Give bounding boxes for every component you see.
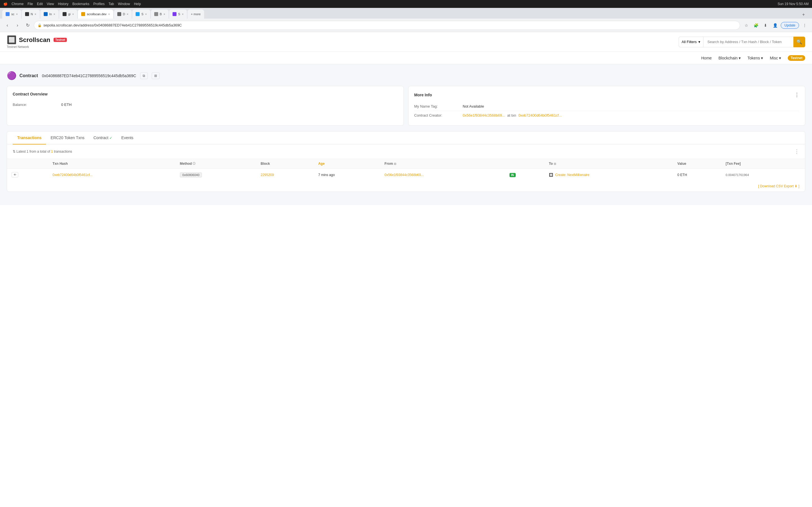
menu-file[interactable]: File — [28, 2, 33, 6]
bookmark-icon[interactable]: ☆ — [742, 21, 750, 29]
block-link[interactable]: 2295209 — [261, 173, 274, 177]
tab-scrollscan[interactable]: scrollscan.dev × — [78, 10, 113, 18]
extensions-icon[interactable]: 🧩 — [752, 21, 760, 29]
browser-nav: ‹ › ↻ 🔒 sepolia.scrollscan.dev/address/0… — [0, 18, 812, 32]
from-filter-icon[interactable]: ⊟ — [394, 162, 396, 165]
nav-home[interactable]: Home — [701, 56, 712, 60]
download-icon[interactable]: ⬇ — [762, 21, 769, 29]
direction-badge: IN — [509, 173, 516, 177]
forward-button[interactable]: › — [13, 21, 21, 29]
tab-transactions[interactable]: Transactions — [13, 131, 46, 145]
logo-wrapper: 🔲 Scrollscan Testnet Testnet Network — [7, 35, 67, 48]
tab-sc[interactable]: sc × — [2, 10, 21, 18]
table-body: 👁 0xeb72400d64b0f5461cf... 0x60806040 22… — [7, 169, 805, 181]
nav-tokens[interactable]: Tokens ▾ — [748, 56, 763, 60]
to-filter-icon[interactable]: ⊟ — [554, 162, 556, 165]
browser-frame: sc × N × In × gi × scrollscan.dev × D × — [0, 8, 812, 32]
creator-address-link[interactable]: 0x56e1f93844c3568b69... — [463, 113, 505, 117]
mac-status-bar: Sun 19 Nov 5:50 AM — [777, 2, 809, 6]
more-options-icon[interactable]: ⋮ — [794, 92, 799, 98]
mac-menu: 🍎 Chrome File Edit View History Bookmark… — [3, 2, 141, 6]
menu-view[interactable]: View — [47, 2, 54, 6]
page: 🔲 Scrollscan Testnet Testnet Network All… — [0, 32, 812, 507]
filter-select[interactable]: All Filters ▾ — [679, 37, 703, 47]
search-wrapper: All Filters ▾ 🔍 — [679, 37, 805, 47]
table-header: Txn Hash Method ⓘ Block Age From ⊟ — [7, 159, 805, 169]
name-tag-label: My Name Tag: — [414, 104, 459, 108]
table-options-icon[interactable]: ⋮ — [794, 149, 799, 155]
tab-events[interactable]: Events — [117, 131, 138, 145]
copy-address-button[interactable]: ⧉ — [140, 72, 148, 79]
site-header: 🔲 Scrollscan Testnet Testnet Network All… — [0, 32, 812, 52]
more-info-card: More Info ⋮ My Name Tag: Not Available C… — [408, 86, 805, 126]
csv-export-link[interactable]: [ Download CSV Export ⬇ ] — [758, 184, 799, 188]
menu-profiles[interactable]: Profiles — [93, 2, 105, 6]
back-button[interactable]: ‹ — [3, 21, 11, 29]
address-text: sepolia.scrollscan.dev/address/0x0408688… — [43, 23, 737, 27]
chevron-down-icon: ▾ — [698, 40, 700, 44]
tab-github[interactable]: gi × — [59, 10, 77, 18]
tab-in[interactable]: In × — [40, 10, 59, 18]
balance-value: 0 ETH — [61, 103, 71, 107]
qr-code-button[interactable]: ⊞ — [152, 72, 160, 79]
new-tab-button[interactable]: + — [800, 11, 808, 18]
refresh-button[interactable]: ↻ — [24, 21, 32, 29]
top-nav: Home Blockchain ▾ Tokens ▾ Misc ▾ Testne… — [0, 52, 812, 64]
logo-icon: 🔲 — [7, 35, 17, 45]
tab-contract[interactable]: Contract ✓ — [89, 131, 117, 145]
overview-grid: Contract Overview Balance: 0 ETH More In… — [7, 86, 805, 126]
method-info-icon[interactable]: ⓘ — [193, 162, 195, 166]
table-footer: [ Download CSV Export ⬇ ] — [7, 181, 805, 191]
tab-n[interactable]: N × — [22, 10, 40, 18]
browser-nav-icons: ☆ 🧩 ⬇ 👤 Update ⋮ — [742, 21, 809, 29]
tab-s1[interactable]: S × — [132, 10, 150, 18]
creator-address: 0x56e1f93844c3568b69... at txn 0xeb72400… — [463, 113, 562, 117]
menu-window[interactable]: Window — [118, 2, 130, 6]
nav-testnet-pill[interactable]: Testnet — [788, 55, 805, 61]
contract-icon-small: 🔲 — [549, 173, 553, 177]
logo-text[interactable]: Scrollscan — [19, 36, 50, 44]
apple-icon: 🍎 — [3, 2, 8, 6]
tab-b[interactable]: B × — [151, 10, 168, 18]
fee-cell: 0.004071761964 — [721, 169, 805, 181]
menu-icon[interactable]: ⋮ — [801, 21, 809, 29]
search-button[interactable]: 🔍 — [794, 37, 805, 47]
menu-bookmarks[interactable]: Bookmarks — [72, 2, 89, 6]
tab-d1[interactable]: D × — [114, 10, 132, 18]
nav-misc[interactable]: Misc ▾ — [770, 56, 781, 60]
nav-blockchain[interactable]: Blockchain ▾ — [718, 56, 741, 60]
to-link[interactable]: Create: NextMillionaire — [555, 173, 589, 177]
contract-address: 0x04086887ED74eb41C27889556519c445db5a36… — [42, 73, 136, 78]
contract-overview-title: Contract Overview — [13, 92, 398, 96]
menu-help[interactable]: Help — [134, 2, 141, 6]
from-link[interactable]: 0x56e1f93844c3568b69... — [385, 173, 424, 177]
creator-txn-link[interactable]: 0xeb72400d64b0f5461cf... — [518, 113, 562, 117]
filter-icon: ⇅ — [13, 150, 16, 154]
more-info-title: More Info ⋮ — [414, 92, 799, 98]
address-bar[interactable]: 🔒 sepolia.scrollscan.dev/address/0x04086… — [34, 21, 740, 30]
creator-at-txn-text: at txn — [507, 113, 516, 117]
update-button[interactable]: Update — [781, 22, 799, 29]
profile-icon[interactable]: 👤 — [771, 21, 779, 29]
table-meta: ⇅ Latest 1 from a total of 1 transaction… — [7, 145, 805, 159]
creator-label: Contract Creator: — [414, 113, 459, 117]
col-direction — [505, 159, 545, 169]
tab-more[interactable]: + more — [188, 10, 204, 18]
col-value: Value — [673, 159, 721, 169]
mac-os-bar: 🍎 Chrome File Edit View History Bookmark… — [0, 0, 812, 8]
menu-tab[interactable]: Tab — [109, 2, 114, 6]
menu-edit[interactable]: Edit — [37, 2, 43, 6]
menu-chrome[interactable]: Chrome — [11, 2, 24, 6]
age-cell: 7 mins ago — [314, 169, 380, 181]
chevron-down-icon: ▾ — [779, 56, 781, 60]
search-input[interactable] — [703, 37, 794, 47]
eye-button[interactable]: 👁 — [11, 172, 18, 177]
header-right: All Filters ▾ 🔍 — [679, 37, 805, 47]
verified-icon: ✓ — [109, 136, 112, 140]
tab-erc20[interactable]: ERC20 Token Txns — [46, 131, 89, 145]
value-cell: 0 ETH — [673, 169, 721, 181]
tab-s2[interactable]: S × — [169, 10, 187, 18]
txn-hash-link[interactable]: 0xeb72400d64b0f5461cf... — [52, 173, 93, 177]
menu-history[interactable]: History — [58, 2, 68, 6]
name-tag-row: My Name Tag: Not Available — [414, 102, 799, 111]
